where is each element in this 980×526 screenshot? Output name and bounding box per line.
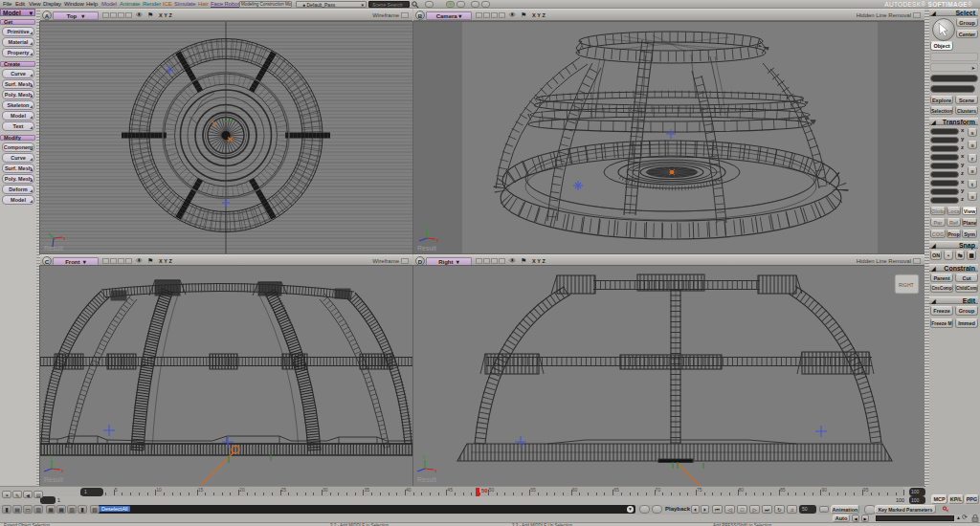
svg-text:Result: Result [44,476,63,483]
svg-text:RIGHT: RIGHT [899,282,914,288]
svg-text:Result: Result [44,245,63,252]
svg-text:Result: Result [417,245,436,252]
svg-text:y: y [423,453,426,459]
svg-text:x: x [436,237,439,243]
svg-text:Result: Result [417,476,436,483]
svg-text:y: y [425,223,428,229]
svg-text:x: x [63,235,66,241]
svg-text:x: x [61,468,64,473]
svg-text:x: x [434,468,437,473]
